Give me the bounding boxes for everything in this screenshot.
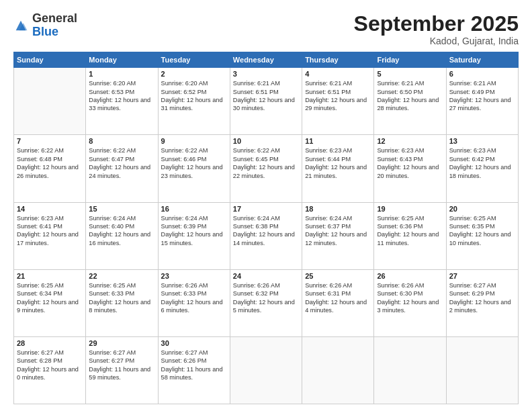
day-number: 30 bbox=[161, 339, 227, 347]
page: General Blue September 2025 Kadod, Gujar… bbox=[0, 0, 532, 411]
day-number: 28 bbox=[17, 339, 83, 347]
title-block: September 2025 Kadod, Gujarat, India bbox=[354, 12, 519, 46]
day-number: 18 bbox=[305, 205, 371, 213]
table-row: 18Sunrise: 6:24 AM Sunset: 6:37 PM Dayli… bbox=[302, 202, 374, 269]
table-row: 5Sunrise: 6:21 AM Sunset: 6:50 PM Daylig… bbox=[374, 68, 446, 135]
day-info: Sunrise: 6:27 AM Sunset: 6:26 PM Dayligh… bbox=[161, 349, 227, 382]
table-row: 17Sunrise: 6:24 AM Sunset: 6:38 PM Dayli… bbox=[230, 202, 302, 269]
day-info: Sunrise: 6:22 AM Sunset: 6:48 PM Dayligh… bbox=[17, 146, 83, 180]
day-info: Sunrise: 6:23 AM Sunset: 6:43 PM Dayligh… bbox=[377, 146, 443, 180]
day-info: Sunrise: 6:25 AM Sunset: 6:36 PM Dayligh… bbox=[377, 214, 443, 248]
table-row: 20Sunrise: 6:25 AM Sunset: 6:35 PM Dayli… bbox=[446, 202, 518, 269]
day-number: 12 bbox=[377, 137, 443, 145]
col-sunday: Sunday bbox=[14, 52, 86, 68]
day-info: Sunrise: 6:24 AM Sunset: 6:39 PM Dayligh… bbox=[161, 214, 227, 248]
day-info: Sunrise: 6:22 AM Sunset: 6:45 PM Dayligh… bbox=[233, 146, 299, 180]
table-row: 15Sunrise: 6:24 AM Sunset: 6:40 PM Dayli… bbox=[86, 202, 158, 269]
day-number: 9 bbox=[161, 137, 227, 145]
logo-text: General Blue bbox=[32, 12, 77, 39]
day-number: 17 bbox=[233, 205, 299, 213]
table-row: 29Sunrise: 6:27 AM Sunset: 6:27 PM Dayli… bbox=[86, 336, 158, 404]
day-number: 2 bbox=[161, 70, 227, 78]
logo-icon bbox=[13, 18, 28, 33]
day-info: Sunrise: 6:24 AM Sunset: 6:40 PM Dayligh… bbox=[89, 214, 154, 248]
day-info: Sunrise: 6:20 AM Sunset: 6:53 PM Dayligh… bbox=[89, 79, 154, 113]
col-saturday: Saturday bbox=[446, 52, 518, 68]
table-row: 2Sunrise: 6:20 AM Sunset: 6:52 PM Daylig… bbox=[158, 68, 230, 135]
day-number: 20 bbox=[449, 205, 515, 213]
day-number: 8 bbox=[89, 137, 154, 145]
day-info: Sunrise: 6:27 AM Sunset: 6:28 PM Dayligh… bbox=[17, 349, 83, 382]
day-info: Sunrise: 6:25 AM Sunset: 6:33 PM Dayligh… bbox=[89, 281, 154, 315]
day-number: 16 bbox=[161, 205, 227, 213]
table-row bbox=[446, 336, 518, 404]
day-number: 15 bbox=[89, 205, 154, 213]
col-wednesday: Wednesday bbox=[230, 52, 302, 68]
col-monday: Monday bbox=[86, 52, 158, 68]
day-info: Sunrise: 6:26 AM Sunset: 6:33 PM Dayligh… bbox=[161, 281, 227, 315]
day-number: 29 bbox=[89, 339, 154, 347]
day-info: Sunrise: 6:23 AM Sunset: 6:44 PM Dayligh… bbox=[305, 146, 371, 180]
month-title: September 2025 bbox=[354, 12, 519, 36]
day-info: Sunrise: 6:23 AM Sunset: 6:41 PM Dayligh… bbox=[17, 214, 83, 248]
table-row: 11Sunrise: 6:23 AM Sunset: 6:44 PM Dayli… bbox=[302, 135, 374, 202]
day-info: Sunrise: 6:26 AM Sunset: 6:30 PM Dayligh… bbox=[377, 281, 443, 315]
day-number: 25 bbox=[305, 272, 371, 280]
col-tuesday: Tuesday bbox=[158, 52, 230, 68]
table-row: 10Sunrise: 6:22 AM Sunset: 6:45 PM Dayli… bbox=[230, 135, 302, 202]
table-row bbox=[230, 336, 302, 404]
day-info: Sunrise: 6:21 AM Sunset: 6:50 PM Dayligh… bbox=[377, 79, 443, 113]
table-row: 3Sunrise: 6:21 AM Sunset: 6:51 PM Daylig… bbox=[230, 68, 302, 135]
table-row: 30Sunrise: 6:27 AM Sunset: 6:26 PM Dayli… bbox=[158, 336, 230, 404]
day-number: 11 bbox=[305, 137, 371, 145]
calendar-week-row: 28Sunrise: 6:27 AM Sunset: 6:28 PM Dayli… bbox=[14, 336, 519, 404]
calendar-header-row: Sunday Monday Tuesday Wednesday Thursday… bbox=[14, 52, 519, 68]
day-info: Sunrise: 6:22 AM Sunset: 6:47 PM Dayligh… bbox=[89, 146, 154, 180]
header: General Blue September 2025 Kadod, Gujar… bbox=[13, 12, 519, 46]
day-number: 23 bbox=[161, 272, 227, 280]
table-row: 8Sunrise: 6:22 AM Sunset: 6:47 PM Daylig… bbox=[86, 135, 158, 202]
day-info: Sunrise: 6:27 AM Sunset: 6:27 PM Dayligh… bbox=[89, 349, 154, 382]
table-row: 26Sunrise: 6:26 AM Sunset: 6:30 PM Dayli… bbox=[374, 269, 446, 336]
day-number: 13 bbox=[449, 137, 515, 145]
col-friday: Friday bbox=[374, 52, 446, 68]
day-number: 14 bbox=[17, 205, 83, 213]
table-row: 14Sunrise: 6:23 AM Sunset: 6:41 PM Dayli… bbox=[14, 202, 86, 269]
day-number: 19 bbox=[377, 205, 443, 213]
table-row: 9Sunrise: 6:22 AM Sunset: 6:46 PM Daylig… bbox=[158, 135, 230, 202]
day-info: Sunrise: 6:25 AM Sunset: 6:34 PM Dayligh… bbox=[17, 281, 83, 315]
day-info: Sunrise: 6:25 AM Sunset: 6:35 PM Dayligh… bbox=[449, 214, 515, 248]
day-info: Sunrise: 6:26 AM Sunset: 6:31 PM Dayligh… bbox=[305, 281, 371, 315]
table-row: 6Sunrise: 6:21 AM Sunset: 6:49 PM Daylig… bbox=[446, 68, 518, 135]
day-number: 21 bbox=[17, 272, 83, 280]
table-row: 4Sunrise: 6:21 AM Sunset: 6:51 PM Daylig… bbox=[302, 68, 374, 135]
day-number: 4 bbox=[305, 70, 371, 78]
day-info: Sunrise: 6:21 AM Sunset: 6:51 PM Dayligh… bbox=[305, 79, 371, 113]
table-row: 22Sunrise: 6:25 AM Sunset: 6:33 PM Dayli… bbox=[86, 269, 158, 336]
day-info: Sunrise: 6:23 AM Sunset: 6:42 PM Dayligh… bbox=[449, 146, 515, 180]
table-row: 24Sunrise: 6:26 AM Sunset: 6:32 PM Dayli… bbox=[230, 269, 302, 336]
day-number: 5 bbox=[377, 70, 443, 78]
table-row: 21Sunrise: 6:25 AM Sunset: 6:34 PM Dayli… bbox=[14, 269, 86, 336]
day-number: 24 bbox=[233, 272, 299, 280]
calendar-week-row: 21Sunrise: 6:25 AM Sunset: 6:34 PM Dayli… bbox=[14, 269, 519, 336]
day-number: 10 bbox=[233, 137, 299, 145]
table-row: 19Sunrise: 6:25 AM Sunset: 6:36 PM Dayli… bbox=[374, 202, 446, 269]
table-row: 1Sunrise: 6:20 AM Sunset: 6:53 PM Daylig… bbox=[86, 68, 158, 135]
table-row bbox=[14, 68, 86, 135]
table-row: 25Sunrise: 6:26 AM Sunset: 6:31 PM Dayli… bbox=[302, 269, 374, 336]
day-info: Sunrise: 6:20 AM Sunset: 6:52 PM Dayligh… bbox=[161, 79, 227, 113]
day-info: Sunrise: 6:24 AM Sunset: 6:37 PM Dayligh… bbox=[305, 214, 371, 248]
day-number: 6 bbox=[449, 70, 515, 78]
day-number: 27 bbox=[449, 272, 515, 280]
day-number: 3 bbox=[233, 70, 299, 78]
table-row: 7Sunrise: 6:22 AM Sunset: 6:48 PM Daylig… bbox=[14, 135, 86, 202]
day-info: Sunrise: 6:24 AM Sunset: 6:38 PM Dayligh… bbox=[233, 214, 299, 248]
table-row: 12Sunrise: 6:23 AM Sunset: 6:43 PM Dayli… bbox=[374, 135, 446, 202]
logo-general: General bbox=[32, 12, 77, 26]
table-row bbox=[302, 336, 374, 404]
day-info: Sunrise: 6:21 AM Sunset: 6:51 PM Dayligh… bbox=[233, 79, 299, 113]
table-row: 23Sunrise: 6:26 AM Sunset: 6:33 PM Dayli… bbox=[158, 269, 230, 336]
calendar-week-row: 14Sunrise: 6:23 AM Sunset: 6:41 PM Dayli… bbox=[14, 202, 519, 269]
table-row: 16Sunrise: 6:24 AM Sunset: 6:39 PM Dayli… bbox=[158, 202, 230, 269]
